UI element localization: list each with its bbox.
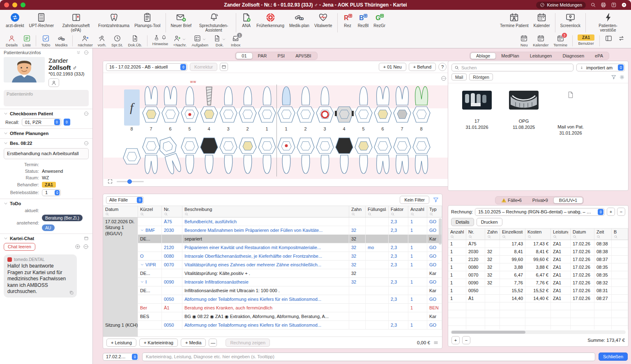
- invoice-cell-b[interactable]: [612, 287, 628, 295]
- help-icon[interactable]: ?: [621, 2, 627, 8]
- tooth-16[interactable]: [161, 85, 180, 126]
- cases-cell-fuellung[interactable]: [366, 286, 389, 295]
- toolbar-button-planungs-tool[interactable]: Planungs-Tool: [132, 12, 163, 28]
- tooth-11[interactable]: [257, 85, 276, 126]
- cases-cell-anzahl[interactable]: 1: [408, 261, 427, 269]
- cases-cell-fuellung[interactable]: [366, 278, 389, 286]
- invoice-cell-zeit[interactable]: 08:38: [594, 248, 612, 256]
- cases-cell-kuerzel[interactable]: BES: [138, 312, 162, 321]
- cases-cell-fuellung[interactable]: mo: [366, 243, 389, 252]
- invoice-cell-b[interactable]: [612, 271, 628, 279]
- tooth-27[interactable]: [392, 85, 412, 126]
- invoice-cell-zahn[interactable]: 32: [485, 279, 500, 287]
- column-search-icon[interactable]: [368, 212, 386, 217]
- cases-cell-typ[interactable]: Kar: [427, 312, 442, 321]
- invoice-cell-nr[interactable]: 0070: [466, 271, 485, 279]
- toolbar-button-ana[interactable]: ANA: [239, 12, 254, 28]
- invoice-cell-b[interactable]: [612, 240, 628, 248]
- tooth-32[interactable]: [296, 135, 315, 176]
- column-search-icon[interactable]: [502, 234, 523, 239]
- cases-cell-anzahl[interactable]: 1: [408, 304, 427, 312]
- cases-cell-nr[interactable]: 0070: [162, 261, 182, 269]
- column-search-icon[interactable]: [468, 234, 483, 239]
- toolbar-button-inbox[interactable]: 1Inbox: [228, 34, 243, 48]
- cases-cell-beschreibung[interactable]: Vitalitätsprüfung eines Zahnes oder mehr…: [182, 261, 349, 269]
- cases-cell-zahn[interactable]: [349, 217, 366, 226]
- cases-cell-zahn[interactable]: [349, 304, 366, 312]
- column-search-icon[interactable]: [105, 212, 136, 217]
- invoice-cell-zeit[interactable]: 08:35: [594, 271, 612, 279]
- invoice-cell-zahn[interactable]: [485, 287, 500, 295]
- recall-select[interactable]: 01, PZR: [22, 118, 61, 126]
- entry-date-select[interactable]: 17.02.2026: [103, 353, 139, 361]
- toolbar-button-kalender[interactable]: Kalender: [530, 34, 551, 48]
- cases-cell-fuellung[interactable]: [366, 217, 389, 226]
- tooth-24[interactable]: [334, 85, 354, 126]
- print-icon[interactable]: [601, 2, 606, 8]
- cases-cell-kuerzel[interactable]: DE...: [138, 235, 162, 243]
- invoice-cell-anzahl[interactable]: 1: [448, 295, 466, 302]
- tooth-17[interactable]: [141, 85, 161, 126]
- invoice-cell-leistung[interactable]: ZA1: [551, 240, 571, 248]
- column-search-icon[interactable]: [351, 212, 363, 217]
- column-search-icon[interactable]: [487, 234, 497, 239]
- cases-cell-kuerzel[interactable]: [138, 295, 162, 304]
- toolbar-button-rezbl[interactable]: BRezBl: [355, 12, 371, 28]
- cases-cell-fuellung[interactable]: [366, 261, 389, 269]
- toolbar-button-screenlock[interactable]: Screenlock: [558, 12, 583, 28]
- toolbar-button-todo[interactable]: ToDo: [39, 34, 53, 48]
- invoice-cell-zahn[interactable]: 32: [485, 248, 500, 256]
- tooth-26[interactable]: [373, 85, 392, 126]
- opg-thumbnail[interactable]: [509, 91, 539, 116]
- add-karteieintrag-button[interactable]: + Karteieintrag: [139, 339, 178, 347]
- cases-cell-anzahl[interactable]: 1: [408, 321, 427, 330]
- cases-cell-kuerzel[interactable]: O: [138, 252, 162, 261]
- quick-entry-input[interactable]: [142, 353, 595, 361]
- remove-entry-button[interactable]: —: [209, 339, 217, 347]
- rechnung-select[interactable]: 15.10.2025 – Rechnung (RGN-BG-dental) – …: [475, 208, 605, 216]
- expand-chevron-icon[interactable]: [140, 280, 144, 284]
- cases-cell-kuerzel[interactable]: Ber: [138, 304, 162, 312]
- invoice-cell-anzahl[interactable]: 1: [448, 248, 466, 256]
- toolbar-button-frontzahntrauma[interactable]: Frontzahntrauma: [96, 12, 132, 28]
- befund-select[interactable]: 16 - 17.02.2026 - AB - aktuell: [106, 63, 187, 71]
- invoice-cell-einzelkoster[interactable]: 8,41: [500, 248, 525, 256]
- tab-bg-uv-1[interactable]: BG/UV•1: [553, 197, 583, 204]
- invoice-cell-einzelkoster[interactable]: 7,76: [500, 279, 525, 287]
- cases-cell-typ[interactable]: GO: [427, 321, 442, 330]
- tooth-13[interactable]: [219, 85, 238, 126]
- toolbar-button-naechster[interactable]: nächster: [75, 34, 95, 48]
- invoice-cell-einzelkoster[interactable]: 14,40: [500, 295, 525, 302]
- chat-add-icon[interactable]: [75, 244, 81, 250]
- invoice-cell-kosten[interactable]: 15,52 €: [525, 287, 551, 295]
- invoice-cell-datum[interactable]: 17.02.26: [571, 287, 594, 295]
- cases-cell-faktor[interactable]: 2,3: [389, 278, 408, 286]
- betriebsstaette-select[interactable]: 1: [42, 189, 61, 196]
- cases-cell-kuerzel[interactable]: I: [138, 278, 162, 286]
- tooth-28[interactable]: [412, 85, 431, 126]
- cases-group-session-1[interactable]: 17.02.2026 Di.Sitzung 1(BG/UV): [103, 217, 138, 321]
- cases-cell-fuellung[interactable]: [366, 252, 389, 261]
- cases-cell-nr[interactable]: 2120: [162, 243, 182, 252]
- cases-cell-faktor[interactable]: 2,3: [389, 321, 408, 330]
- ablage-search-box[interactable]: [451, 64, 573, 71]
- invoice-cell-einzelkoster[interactable]: 15,52: [500, 287, 525, 295]
- cases-cell-fuellung[interactable]: [366, 235, 389, 243]
- cases-cell-nr[interactable]: 0090: [162, 278, 182, 286]
- cases-cell-zahn[interactable]: 32: [349, 243, 366, 252]
- cases-cell-typ[interactable]: GO: [427, 261, 442, 269]
- add-media-button[interactable]: + Media: [181, 339, 206, 347]
- cases-cell-beschreibung[interactable]: BG ◉ 08:22 ◉ ZA1 ◉ Extraktion, Abformung…: [182, 312, 349, 321]
- filter-funnel-icon[interactable]: [433, 197, 439, 203]
- cases-cell-typ[interactable]: GO: [427, 243, 442, 252]
- show-invoice-button[interactable]: Rechnung zeigen: [226, 339, 270, 347]
- no-messages-badge[interactable]: Keine Meldungen: [536, 2, 586, 9]
- invoice-cell-nr[interactable]: 2030: [466, 248, 485, 256]
- cases-cell-typ[interactable]: Kar: [427, 286, 442, 295]
- xray-thumbnail[interactable]: [462, 91, 492, 116]
- invoice-cell-zahn[interactable]: 32: [485, 263, 500, 271]
- section-menu-icon[interactable]: [84, 141, 89, 146]
- cases-cell-nr[interactable]: [162, 269, 182, 278]
- invoice-cell-zahn[interactable]: [485, 295, 500, 302]
- invoice-cell-anzahl[interactable]: 1: [448, 256, 466, 263]
